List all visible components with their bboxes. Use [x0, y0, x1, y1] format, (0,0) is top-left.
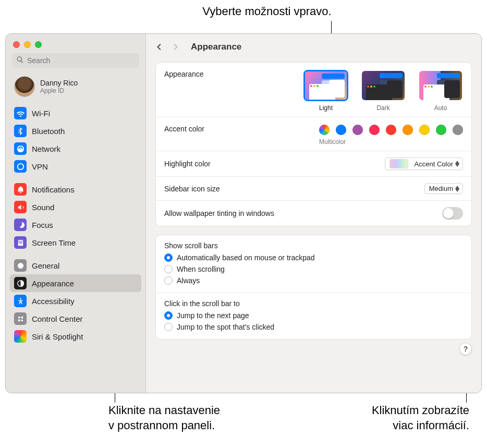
accent-swatch-orange[interactable] [403, 125, 413, 135]
sidebar-item-label: Wi-Fi [32, 109, 50, 118]
panel-appearance: Appearance Light [155, 62, 472, 226]
radio-scroll-always[interactable]: Always [164, 275, 463, 286]
search-input[interactable] [27, 56, 135, 65]
radio-click-spot[interactable]: Jump to the spot that's clicked [164, 321, 463, 333]
sidebar-item-general[interactable]: General [10, 257, 141, 274]
sidebar-size-select[interactable]: Medium [424, 183, 463, 194]
close-button[interactable] [13, 41, 20, 48]
focus-icon [14, 219, 27, 231]
label-tinting: Allow wallpaper tinting in windows [164, 209, 274, 217]
content-area: Appearance Light [146, 60, 481, 357]
siri-icon [14, 330, 27, 343]
sidebar-item-vpn[interactable]: VPN [10, 158, 141, 175]
sidebar-item-notifications[interactable]: Notifications [10, 180, 141, 198]
row-appearance-mode: Appearance Light [156, 63, 471, 117]
sidebar-item-focus[interactable]: Focus [10, 216, 141, 234]
radio-icon [164, 265, 173, 273]
sidebar-item-apple-id[interactable]: Danny Rico Apple ID [6, 73, 145, 103]
fullscreen-button[interactable] [35, 41, 42, 48]
sidebar-item-bluetooth[interactable]: Bluetooth [10, 122, 141, 140]
accent-color-picker [319, 125, 463, 135]
sidebar-item-wifi[interactable]: Wi-Fi [10, 104, 141, 122]
accent-swatch-graphite[interactable] [453, 125, 463, 135]
svg-rect-4 [18, 319, 20, 321]
back-button[interactable] [155, 43, 164, 51]
sidebar-item-label: General [32, 261, 59, 270]
network-icon [14, 142, 27, 155]
sidebar-item-label: Network [32, 144, 60, 153]
accent-swatch-green[interactable] [436, 125, 446, 135]
appearance-option-light[interactable]: Light [303, 70, 348, 112]
settings-window: Danny Rico Apple ID Wi-Fi Bluetooth Netw… [5, 33, 482, 393]
accent-swatch-pink[interactable] [369, 125, 380, 135]
select-value: Accent Color [415, 160, 453, 168]
sidebar-item-label: Bluetooth [32, 127, 65, 136]
screen-time-icon [14, 236, 27, 249]
sidebar-item-label: Appearance [32, 279, 74, 288]
sidebar: Danny Rico Apple ID Wi-Fi Bluetooth Netw… [6, 34, 146, 393]
accent-swatch-yellow[interactable] [419, 125, 430, 135]
sidebar-item-screen-time[interactable]: Screen Time [10, 234, 141, 251]
user-sub: Apple ID [40, 87, 78, 94]
sound-icon [14, 201, 27, 213]
label-click-scroll: Click in the scroll bar to [156, 293, 471, 309]
sidebar-item-label: Sound [32, 203, 54, 212]
highlight-swatch-icon [389, 159, 408, 168]
callout-bottom-left: Kliknite na nastavenie v postrannom pane… [108, 403, 220, 433]
thumb-label: Light [319, 104, 333, 112]
radio-click-next-page[interactable]: Jump to the next page [164, 310, 463, 321]
radio-icon [164, 276, 173, 285]
accent-swatch-multicolor[interactable] [319, 125, 330, 135]
help-button[interactable]: ? [459, 343, 472, 355]
sidebar-item-appearance[interactable]: Appearance [10, 274, 141, 292]
svg-point-5 [21, 319, 23, 321]
radio-scroll-when-scrolling[interactable]: When scrolling [164, 263, 463, 275]
radio-scroll-auto[interactable]: Automatically based on mouse or trackpad [164, 252, 463, 263]
sidebar-item-accessibility[interactable]: Accessibility [10, 292, 141, 310]
control-center-icon [14, 312, 27, 325]
callout-top: Vyberte možnosti vpravo. [163, 4, 371, 19]
accent-swatch-blue[interactable] [336, 125, 346, 135]
accessibility-icon [14, 295, 27, 307]
panel-scroll: Show scroll bars Automatically based on … [155, 235, 472, 340]
callout-text: v postrannom paneli. [108, 418, 220, 433]
sidebar-item-label: Focus [32, 221, 53, 229]
updown-icon [455, 186, 459, 192]
accent-swatch-red[interactable] [386, 125, 396, 135]
avatar [14, 76, 35, 97]
bluetooth-icon [14, 125, 27, 137]
accent-swatch-purple[interactable] [352, 125, 363, 135]
updown-icon [455, 161, 459, 167]
highlight-color-select[interactable]: Accent Color [385, 158, 463, 170]
row-accent-color: Accent color [156, 117, 471, 151]
label-highlight: Highlight color [164, 160, 211, 168]
label-accent: Accent color [164, 125, 204, 133]
vpn-icon [14, 160, 27, 173]
forward-button[interactable] [171, 43, 179, 51]
sidebar-item-network[interactable]: Network [10, 140, 141, 158]
radio-icon [164, 323, 173, 331]
callout-bottom-right: Kliknutím zobrazíte viac informácií. [297, 403, 469, 433]
row-sidebar-icon-size: Sidebar icon size Medium [156, 176, 471, 200]
search-field[interactable] [12, 53, 139, 68]
sidebar-item-siri[interactable]: Siri & Spotlight [10, 328, 141, 345]
svg-point-2 [18, 316, 20, 318]
radio-label: Jump to the next page [177, 311, 249, 320]
minimize-button[interactable] [24, 41, 31, 48]
radio-icon [164, 253, 173, 262]
page-title: Appearance [191, 42, 241, 52]
main-content: Appearance Appearance [146, 34, 481, 393]
sidebar-item-sound[interactable]: Sound [10, 198, 141, 216]
radio-label: Jump to the spot that's clicked [177, 323, 274, 331]
radio-icon [164, 311, 173, 320]
appearance-option-auto[interactable]: Auto [418, 70, 463, 112]
wallpaper-tinting-toggle[interactable] [442, 207, 463, 220]
notifications-icon [14, 183, 27, 196]
sidebar-item-label: VPN [32, 162, 48, 171]
sidebar-item-label: Notifications [32, 185, 75, 194]
row-highlight-color: Highlight color Accent Color [156, 151, 471, 176]
appearance-option-dark[interactable]: Dark [361, 70, 406, 112]
thumb-label: Dark [376, 104, 389, 112]
toolbar: Appearance [146, 34, 481, 60]
sidebar-item-control-center[interactable]: Control Center [10, 310, 141, 328]
